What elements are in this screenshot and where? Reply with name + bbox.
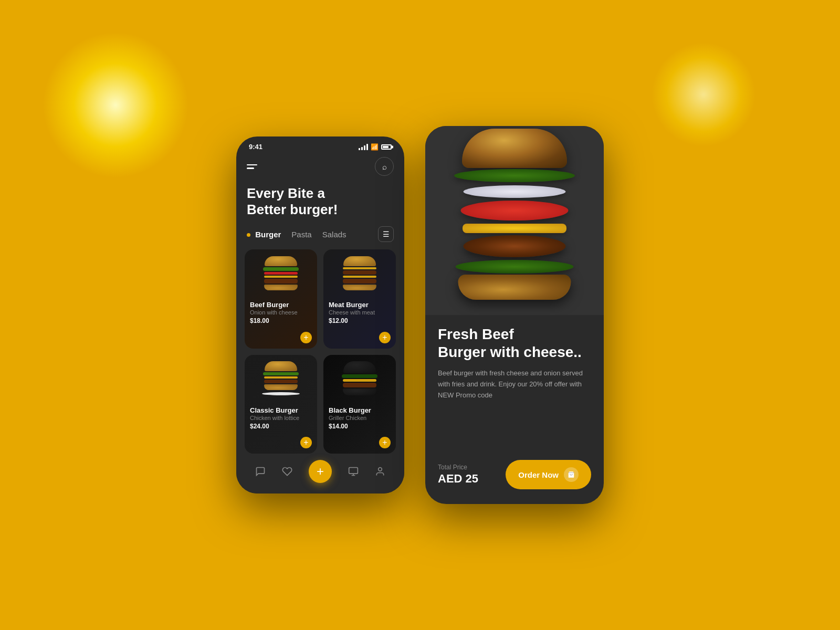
- meat-burger-name: Meat Burger: [329, 301, 391, 309]
- wifi-icon: 📶: [371, 143, 379, 151]
- nav-add[interactable]: +: [309, 460, 332, 483]
- product-title-line1: Fresh Beef: [438, 326, 514, 342]
- phone-left: 9:41 📶 ⌕: [236, 136, 404, 494]
- svg-rect-0: [349, 468, 358, 474]
- black-burger-price: $14.00: [329, 423, 391, 430]
- nav-plus-icon: +: [317, 464, 324, 479]
- top-bar: ⌕: [236, 151, 404, 180]
- classic-burger-info: Classic Burger Chicken with lottice $24.…: [245, 402, 317, 435]
- product-description: Beef burger with fresh cheese and onion …: [438, 368, 591, 401]
- glow-left: [42, 32, 189, 178]
- product-title-line2: Burger with cheese..: [438, 344, 582, 360]
- beef-burger-image: [245, 249, 317, 297]
- beef-burger-price: $18.00: [250, 317, 312, 324]
- price-value: AED 25: [438, 472, 478, 486]
- onion-layer: [464, 185, 566, 198]
- order-now-button[interactable]: Order Now: [506, 460, 591, 489]
- filter-button[interactable]: ☰: [378, 226, 394, 242]
- nav-profile[interactable]: [375, 466, 385, 477]
- nav-heart[interactable]: [282, 466, 292, 477]
- add-meat-burger-button[interactable]: +: [379, 332, 391, 343]
- meat-burger-visual: [338, 256, 382, 290]
- glow-right: [651, 42, 756, 147]
- beef-burger-desc: Onion with cheese: [250, 309, 312, 316]
- bun-top-layer: [462, 129, 567, 168]
- price-section: Total Price AED 25: [438, 464, 478, 486]
- beef-burger-info: Beef Burger Onion with cheese $18.00: [245, 297, 317, 330]
- tab-pasta[interactable]: Pasta: [291, 230, 311, 239]
- bun-bottom-layer: [458, 275, 571, 300]
- add-classic-burger-button[interactable]: +: [300, 437, 312, 448]
- exploded-burger-visual: [441, 126, 588, 304]
- search-button[interactable]: ⌕: [375, 157, 394, 176]
- nav-chat[interactable]: [255, 466, 266, 477]
- black-burger-info: Black Burger Griller Chicken $14.00: [323, 402, 396, 435]
- phone-right: Fresh Beef Burger with cheese.. Beef bur…: [425, 126, 604, 504]
- status-bar: 9:41 📶: [236, 136, 404, 151]
- classic-burger-desc: Chicken with lottice: [250, 415, 312, 421]
- black-burger-name: Black Burger: [329, 406, 391, 414]
- tab-burger[interactable]: Burger: [247, 230, 281, 239]
- food-card-black-burger[interactable]: Black Burger Griller Chicken $14.00 +: [323, 355, 396, 454]
- svg-point-1: [379, 468, 382, 471]
- add-beef-burger-button[interactable]: +: [300, 332, 312, 343]
- exploded-burger-area: [425, 126, 604, 315]
- tomato-layer: [461, 201, 569, 220]
- food-card-meat-burger[interactable]: Meat Burger Cheese with meat $12.00 +: [323, 249, 396, 348]
- black-burger-visual: [338, 361, 382, 395]
- order-btn-label: Order Now: [518, 470, 559, 479]
- food-card-classic-burger[interactable]: Classic Burger Chicken with lottice $24.…: [245, 355, 317, 454]
- product-info: Fresh Beef Burger with cheese.. Beef bur…: [425, 315, 604, 452]
- classic-burger-name: Classic Burger: [250, 406, 312, 414]
- lettuce-bottom-layer: [456, 260, 574, 274]
- tab-pasta-label: Pasta: [291, 230, 311, 239]
- classic-burger-price: $24.00: [250, 423, 312, 430]
- hero-line2: Better burger!: [247, 202, 338, 217]
- black-burger-image: [323, 355, 396, 402]
- hero-title: Every Bite a Better burger!: [247, 185, 394, 218]
- category-tabs: Burger Pasta Salads ☰: [236, 226, 404, 249]
- add-black-burger-button[interactable]: +: [379, 437, 391, 448]
- food-grid: Beef Burger Onion with cheese $18.00 +: [236, 249, 404, 454]
- meat-burger-image: [323, 249, 396, 297]
- meat-burger-desc: Cheese with meat: [329, 309, 391, 316]
- active-dot: [247, 233, 250, 237]
- bag-icon: [564, 467, 579, 482]
- tab-salads-label: Salads: [322, 230, 346, 239]
- signal-icon: [359, 144, 368, 150]
- lettuce-top-layer: [454, 169, 575, 182]
- beef-burger-visual: [259, 256, 303, 290]
- search-icon: ⌕: [382, 162, 387, 171]
- meat-burger-info: Meat Burger Cheese with meat $12.00: [323, 297, 396, 330]
- classic-burger-image: [245, 355, 317, 402]
- status-icons: 📶: [359, 143, 392, 151]
- hero-line1: Every Bite a: [247, 185, 325, 201]
- tab-salads[interactable]: Salads: [322, 230, 346, 239]
- food-card-beef-burger[interactable]: Beef Burger Onion with cheese $18.00 +: [245, 249, 317, 348]
- meat-burger-price: $12.00: [329, 317, 391, 324]
- price-label: Total Price: [438, 464, 478, 471]
- order-footer: Total Price AED 25 Order Now: [425, 452, 604, 504]
- time-display: 9:41: [249, 143, 262, 151]
- bottom-nav: +: [236, 454, 404, 494]
- black-burger-desc: Griller Chicken: [329, 415, 391, 421]
- menu-icon[interactable]: [247, 164, 257, 169]
- hero-section: Every Bite a Better burger!: [236, 180, 404, 226]
- cheese-layer: [463, 224, 566, 233]
- patty-layer: [464, 235, 566, 257]
- filter-icon: ☰: [383, 230, 390, 238]
- phones-container: 9:41 📶 ⌕: [236, 126, 604, 504]
- classic-burger-visual: [259, 361, 303, 395]
- beef-burger-name: Beef Burger: [250, 301, 312, 309]
- nav-cart[interactable]: [348, 466, 359, 477]
- tab-burger-label: Burger: [255, 230, 281, 239]
- product-title: Fresh Beef Burger with cheese..: [438, 326, 591, 361]
- battery-icon: [381, 144, 392, 150]
